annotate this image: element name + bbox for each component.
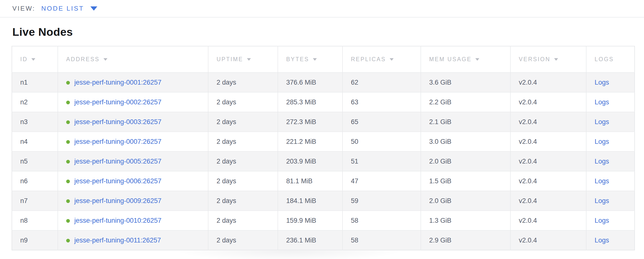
address-link[interactable]: jesse-perf-tuning-0010:26257 bbox=[74, 217, 162, 224]
node-id-cell: n6 bbox=[12, 171, 58, 191]
address-cell: jesse-perf-tuning-0007:26257 bbox=[58, 132, 208, 151]
version-cell: v2.0.4 bbox=[510, 72, 586, 92]
live-status-dot-icon bbox=[66, 219, 70, 223]
live-status-dot-icon bbox=[66, 101, 70, 104]
address-link[interactable]: jesse-perf-tuning-0003:26257 bbox=[74, 118, 162, 126]
logs-link[interactable]: Logs bbox=[594, 217, 609, 224]
replicas-cell: 51 bbox=[342, 151, 421, 171]
address-link[interactable]: jesse-perf-tuning-0006:26257 bbox=[74, 177, 162, 185]
address-cell: jesse-perf-tuning-0002:26257 bbox=[58, 92, 208, 112]
logs-cell: Logs bbox=[586, 72, 634, 92]
sort-caret-icon bbox=[475, 58, 479, 61]
mem-usage-cell: 1.5 GiB bbox=[421, 171, 510, 191]
column-header-label: ADDRESS bbox=[66, 56, 100, 62]
column-header-label: ID bbox=[20, 56, 28, 62]
address-link[interactable]: jesse-perf-tuning-0005:26257 bbox=[74, 158, 162, 165]
column-header-address[interactable]: ADDRESS bbox=[58, 46, 208, 72]
replicas-cell: 47 bbox=[342, 171, 421, 191]
bytes-cell: 81.1 MiB bbox=[278, 171, 342, 191]
sort-caret-icon bbox=[554, 58, 558, 61]
page-title: Live Nodes bbox=[0, 17, 644, 38]
view-selector-bar: VIEW: NODE LIST bbox=[0, 0, 644, 17]
node-row-n4: n4jesse-perf-tuning-0007:262572 days221.… bbox=[12, 132, 634, 151]
bytes-cell: 159.9 MiB bbox=[278, 211, 342, 230]
replicas-cell: 63 bbox=[342, 92, 421, 112]
node-id-cell: n8 bbox=[12, 211, 58, 230]
version-cell: v2.0.4 bbox=[510, 92, 586, 112]
replicas-cell: 65 bbox=[342, 112, 421, 132]
address-cell: jesse-perf-tuning-0011:26257 bbox=[58, 230, 208, 250]
sort-caret-icon bbox=[31, 58, 35, 61]
node-id-cell: n7 bbox=[12, 191, 58, 211]
live-status-dot-icon bbox=[66, 180, 70, 183]
column-header-version[interactable]: VERSION bbox=[510, 46, 586, 72]
live-status-dot-icon bbox=[66, 160, 70, 164]
column-header-label: MEM USAGE bbox=[429, 56, 472, 62]
logs-cell: Logs bbox=[586, 112, 634, 132]
logs-link[interactable]: Logs bbox=[594, 158, 609, 165]
logs-link[interactable]: Logs bbox=[594, 237, 609, 244]
bytes-cell: 203.9 MiB bbox=[278, 151, 342, 171]
node-id-cell: n1 bbox=[12, 72, 58, 92]
bytes-cell: 236.1 MiB bbox=[278, 230, 342, 250]
bytes-cell: 376.6 MiB bbox=[278, 72, 342, 92]
logs-cell: Logs bbox=[586, 230, 634, 250]
node-row-n7: n7jesse-perf-tuning-0009:262572 days184.… bbox=[12, 191, 634, 211]
logs-cell: Logs bbox=[586, 191, 634, 211]
bytes-cell: 184.1 MiB bbox=[278, 191, 342, 211]
uptime-cell: 2 days bbox=[208, 171, 278, 191]
address-link[interactable]: jesse-perf-tuning-0007:26257 bbox=[74, 138, 162, 145]
live-nodes-table-container: IDADDRESSUPTIMEBYTESREPLICASMEM USAGEVER… bbox=[12, 46, 634, 250]
address-link[interactable]: jesse-perf-tuning-0011:26257 bbox=[74, 237, 161, 244]
address-cell: jesse-perf-tuning-0006:26257 bbox=[58, 171, 208, 191]
logs-link[interactable]: Logs bbox=[594, 118, 609, 126]
replicas-cell: 58 bbox=[342, 211, 421, 230]
live-status-dot-icon bbox=[66, 81, 70, 85]
caret-down-icon[interactable] bbox=[90, 6, 97, 10]
column-header-bytes[interactable]: BYTES bbox=[278, 46, 342, 72]
node-row-n2: n2jesse-perf-tuning-0002:262572 days285.… bbox=[12, 92, 634, 112]
node-row-n9: n9jesse-perf-tuning-0011:262572 days236.… bbox=[12, 230, 634, 250]
logs-link[interactable]: Logs bbox=[594, 177, 609, 185]
column-header-id[interactable]: ID bbox=[12, 46, 58, 72]
logs-link[interactable]: Logs bbox=[594, 79, 609, 86]
uptime-cell: 2 days bbox=[208, 191, 278, 211]
node-row-n5: n5jesse-perf-tuning-0005:262572 days203.… bbox=[12, 151, 634, 171]
replicas-cell: 59 bbox=[342, 191, 421, 211]
uptime-cell: 2 days bbox=[208, 230, 278, 250]
node-row-n8: n8jesse-perf-tuning-0010:262572 days159.… bbox=[12, 211, 634, 230]
bytes-cell: 272.3 MiB bbox=[278, 112, 342, 132]
column-header-logs: LOGS bbox=[586, 46, 634, 72]
node-id-cell: n9 bbox=[12, 230, 58, 250]
live-status-dot-icon bbox=[66, 199, 70, 203]
logs-link[interactable]: Logs bbox=[594, 98, 609, 106]
logs-link[interactable]: Logs bbox=[594, 197, 609, 205]
column-header-uptime[interactable]: UPTIME bbox=[208, 46, 278, 72]
column-header-label: BYTES bbox=[286, 56, 309, 62]
logs-cell: Logs bbox=[586, 132, 634, 151]
address-cell: jesse-perf-tuning-0001:26257 bbox=[58, 72, 208, 92]
address-link[interactable]: jesse-perf-tuning-0001:26257 bbox=[74, 79, 162, 86]
version-cell: v2.0.4 bbox=[510, 211, 586, 230]
sort-caret-icon bbox=[313, 58, 317, 61]
sort-caret-icon bbox=[247, 58, 251, 61]
address-link[interactable]: jesse-perf-tuning-0009:26257 bbox=[74, 197, 162, 205]
live-status-dot-icon bbox=[66, 239, 70, 243]
logs-cell: Logs bbox=[586, 171, 634, 191]
replicas-cell: 62 bbox=[342, 72, 421, 92]
logs-link[interactable]: Logs bbox=[594, 138, 609, 145]
version-cell: v2.0.4 bbox=[510, 112, 586, 132]
column-header-mem_usage[interactable]: MEM USAGE bbox=[421, 46, 510, 72]
bytes-cell: 285.3 MiB bbox=[278, 92, 342, 112]
column-header-label: LOGS bbox=[594, 56, 614, 62]
column-header-replicas[interactable]: REPLICAS bbox=[342, 46, 421, 72]
node-id-cell: n5 bbox=[12, 151, 58, 171]
mem-usage-cell: 2.9 GiB bbox=[421, 230, 510, 250]
node-id-cell: n2 bbox=[12, 92, 58, 112]
address-link[interactable]: jesse-perf-tuning-0002:26257 bbox=[74, 98, 162, 106]
view-dropdown[interactable]: NODE LIST bbox=[41, 5, 84, 12]
node-id-cell: n4 bbox=[12, 132, 58, 151]
live-status-dot-icon bbox=[66, 120, 70, 124]
uptime-cell: 2 days bbox=[208, 92, 278, 112]
version-cell: v2.0.4 bbox=[510, 191, 586, 211]
